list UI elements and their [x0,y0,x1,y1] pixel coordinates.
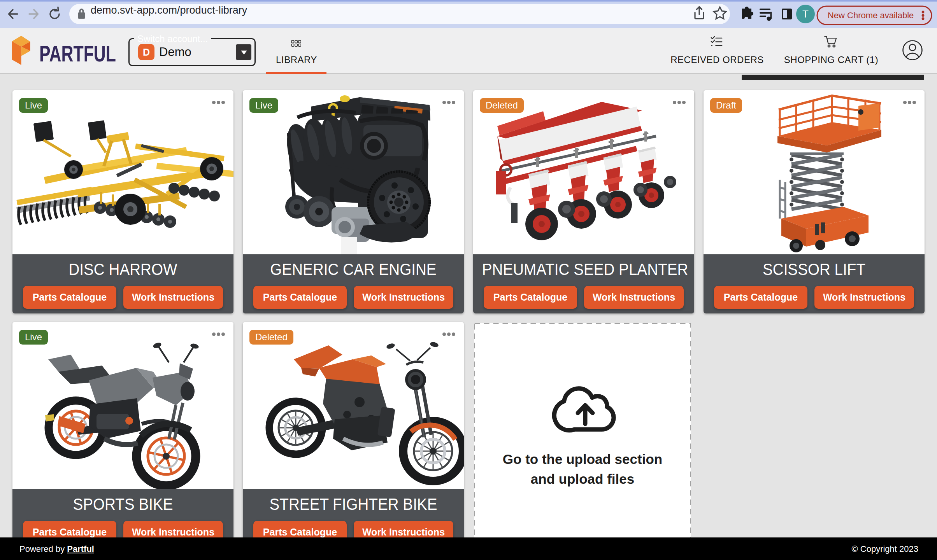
svg-text:New Chrome available: New Chrome available [828,10,914,20]
svg-text:T: T [802,8,809,20]
